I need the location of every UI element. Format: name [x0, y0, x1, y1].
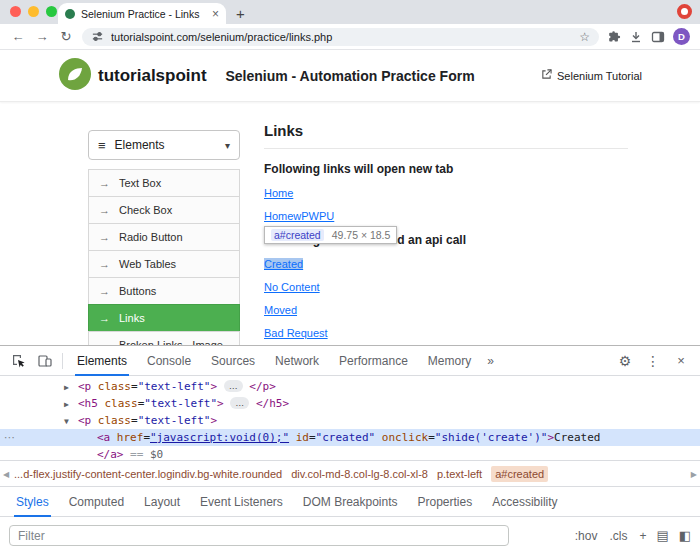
crumbs-scroll-left-icon[interactable]: ◀ — [3, 470, 9, 479]
links-open-tab-list: HomeHomewPWPU — [264, 187, 628, 222]
link-bad-request[interactable]: Bad Request — [264, 327, 328, 339]
ellipsis-button[interactable]: … — [224, 380, 243, 392]
breadcrumb-item[interactable]: p.text-left — [437, 468, 482, 480]
elements-dropdown-label: Elements — [115, 138, 165, 152]
toggle-cls[interactable]: .cls — [609, 529, 627, 543]
sidebar-item-label: Text Box — [119, 177, 161, 189]
toggle-[interactable]: + — [639, 529, 646, 543]
devtools-tab-memory[interactable]: Memory — [418, 346, 481, 376]
device-toolbar-icon[interactable] — [32, 348, 58, 374]
styles-tab-accessibility[interactable]: Accessibility — [482, 487, 567, 517]
site-settings-icon[interactable] — [91, 30, 104, 43]
sidebar-item-label: Buttons — [119, 285, 156, 297]
styles-filter-input[interactable] — [9, 525, 509, 546]
styles-tab-layout[interactable]: Layout — [134, 487, 190, 517]
link-moved[interactable]: Moved — [264, 304, 297, 316]
toggle-hov[interactable]: :hov — [575, 529, 598, 543]
external-link-icon — [541, 69, 552, 82]
tab-favicon-icon — [65, 9, 75, 19]
link-homewpwpu[interactable]: HomewPWPU — [264, 210, 334, 222]
breadcrumb-item[interactable]: a#created — [491, 466, 548, 482]
arrow-right-icon: → — [99, 258, 110, 270]
breadcrumb: ...d-flex.justify-content-center.logindi… — [14, 466, 548, 482]
dom-tree-row[interactable]: ▶<p class="text-left"> … </p> — [0, 378, 700, 395]
dock-side-icon[interactable]: ◧ — [679, 528, 691, 543]
sidebar-item-text-box[interactable]: →Text Box — [88, 169, 240, 197]
devtools-tab-performance[interactable]: Performance — [329, 346, 418, 376]
dom-tree-row[interactable]: ⋯<a href="javascript:void(0);" id="creat… — [0, 429, 700, 446]
bookmark-star-icon[interactable]: ☆ — [579, 30, 590, 44]
sidebar-item-radio-button[interactable]: →Radio Button — [88, 223, 240, 251]
profile-avatar[interactable]: D — [673, 28, 690, 45]
ellipsis-button[interactable]: … — [230, 397, 249, 409]
styles-tab-computed[interactable]: Computed — [59, 487, 134, 517]
more-tabs-chevron-icon[interactable]: » — [481, 354, 500, 368]
kebab-menu-icon[interactable]: ⋮ — [640, 348, 666, 374]
link-no-content[interactable]: No Content — [264, 281, 320, 293]
selenium-tutorial-link[interactable]: Selenium Tutorial — [541, 69, 642, 82]
rendering-emulation-icon[interactable]: ▤ — [656, 528, 668, 543]
sidebar-list: →Text Box→Check Box→Radio Button→Web Tab… — [88, 169, 240, 345]
disclosure-open-icon[interactable]: ▼ — [64, 413, 78, 430]
sidebar-item-broken-links-image[interactable]: →Broken Links - Image — [88, 331, 240, 345]
disclosure-closed-icon[interactable]: ▶ — [64, 379, 78, 396]
styles-tab-styles[interactable]: Styles — [6, 487, 59, 517]
arrow-right-icon: → — [99, 177, 110, 189]
devtools-tab-console[interactable]: Console — [137, 346, 201, 376]
tutorialspoint-logo[interactable]: tutorialspoint — [58, 57, 207, 95]
sidebar-item-links[interactable]: →Links — [88, 304, 240, 332]
update-indicator-icon[interactable] — [677, 4, 692, 19]
forward-button[interactable]: → — [34, 29, 50, 44]
section-api-wrap: Following links will send an api call a#… — [264, 233, 628, 247]
sidebar-item-label: Web Tables — [119, 258, 176, 270]
close-devtools-icon[interactable]: × — [668, 348, 694, 374]
devtools-tab-sources[interactable]: Sources — [201, 346, 265, 376]
tab-close-icon[interactable]: × — [212, 7, 219, 21]
sidebar-item-label: Check Box — [119, 204, 172, 216]
styles-tab-properties[interactable]: Properties — [408, 487, 483, 517]
close-window-button[interactable] — [10, 6, 21, 17]
dom-tree-row[interactable]: ▶<h5 class="text-left"> … </h5> — [0, 395, 700, 412]
inspect-element-icon[interactable] — [6, 348, 32, 374]
minimize-window-button[interactable] — [28, 6, 39, 17]
dom-tree-row[interactable]: ▼<p class="text-left"> — [0, 412, 700, 429]
styles-tab-dom-breakpoints[interactable]: DOM Breakpoints — [293, 487, 408, 517]
new-tab-button[interactable]: + — [236, 5, 245, 22]
logo-text: tutorialspoint — [98, 66, 207, 86]
titlebar: Selenium Practice - Links × + — [0, 0, 700, 24]
style-state-toggles: :hov.cls+ — [575, 529, 647, 543]
sidebar: ≡ Elements ▾ →Text Box→Check Box→Radio B… — [88, 130, 240, 345]
side-panel-icon[interactable] — [651, 30, 665, 44]
extensions-icon[interactable] — [607, 30, 621, 44]
divider — [62, 353, 63, 369]
link-created[interactable]: Created — [264, 258, 303, 270]
sidebar-item-buttons[interactable]: →Buttons — [88, 277, 240, 305]
styles-filter-bar: :hov.cls+ ▤ ◧ — [0, 516, 700, 554]
styles-tabbar: StylesComputedLayoutEvent ListenersDOM B… — [0, 486, 700, 516]
reload-button[interactable]: ↻ — [58, 29, 74, 44]
address-bar[interactable]: tutorialspoint.com/selenium/practice/lin… — [82, 28, 599, 46]
link-home[interactable]: Home — [264, 187, 293, 199]
disclosure-closed-icon[interactable]: ▶ — [64, 396, 78, 413]
back-button[interactable]: ← — [10, 29, 26, 44]
dom-tree-row[interactable]: </a> == $0 — [0, 446, 700, 460]
overflow-dots-icon: ⋯ — [4, 429, 15, 446]
fullscreen-window-button[interactable] — [46, 6, 57, 17]
url-text[interactable]: tutorialspoint.com/selenium/practice/lin… — [111, 31, 572, 43]
sidebar-item-check-box[interactable]: →Check Box — [88, 196, 240, 224]
page-content: tutorialspoint Selenium - Automation Pra… — [0, 50, 700, 345]
links-api-list: CreatedNo ContentMovedBad RequestUnautho… — [264, 258, 628, 345]
downloads-icon[interactable] — [629, 30, 643, 44]
tab-title: Selenium Practice - Links — [81, 8, 206, 20]
sidebar-item-web-tables[interactable]: →Web Tables — [88, 250, 240, 278]
browser-tab[interactable]: Selenium Practice - Links × — [58, 3, 226, 24]
breadcrumb-item[interactable]: div.col-md-8.col-lg-8.col-xl-8 — [291, 468, 428, 480]
styles-tab-event-listeners[interactable]: Event Listeners — [190, 487, 293, 517]
sidebar-item-label: Broken Links - Image — [119, 339, 223, 345]
devtools-tab-elements[interactable]: Elements — [67, 346, 137, 376]
breadcrumb-item[interactable]: ...d-flex.justify-content-center.logindi… — [14, 468, 282, 480]
crumbs-scroll-right-icon[interactable]: ▶ — [691, 470, 697, 479]
settings-gear-icon[interactable]: ⚙ — [612, 348, 638, 374]
elements-dropdown[interactable]: ≡ Elements ▾ — [88, 130, 240, 160]
devtools-tab-network[interactable]: Network — [265, 346, 329, 376]
